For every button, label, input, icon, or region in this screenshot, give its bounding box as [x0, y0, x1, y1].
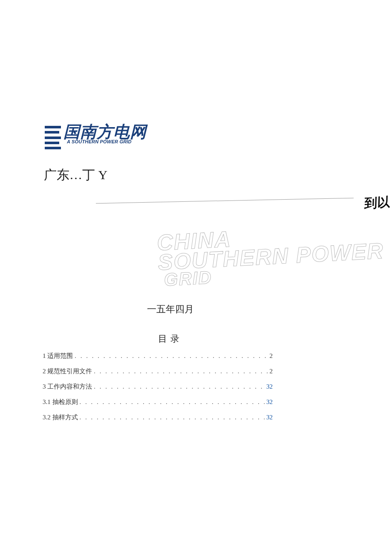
- toc-heading: 目录: [19, 333, 322, 345]
- toc-leader-dots: [80, 414, 265, 421]
- toc-leader-dots: [94, 368, 268, 375]
- logo-text-wrap: 国南方电网 A SOUTHERN POWER GRID: [63, 124, 147, 144]
- document-subtitle: 广东…丁 Y: [44, 166, 347, 184]
- toc-leader-dots: [80, 398, 265, 406]
- toc-label: 3 工作内容和方法: [43, 383, 92, 391]
- logo-chinese-text: 国南方电网: [63, 124, 147, 140]
- toc-label: 3.2 抽样方式: [43, 413, 78, 421]
- company-logo: 国南方电网 A SOUTHERN POWER GRID: [45, 124, 347, 149]
- document-date: 一五年四月: [19, 303, 322, 316]
- toc-label: 3.1 抽检原则: [43, 398, 78, 406]
- toc-label: 2 规范性引用文件: [43, 367, 92, 375]
- toc-leader-dots: [94, 383, 265, 390]
- toc-entry[interactable]: 3.1 抽检原则 32: [43, 398, 273, 406]
- watermark-logo: CHINA SOUTHERN POWER GRID: [156, 219, 392, 288]
- toc-entry[interactable]: 2 规范性引用文件 2: [43, 367, 273, 375]
- divider-line: [96, 198, 354, 204]
- toc-page-number: 32: [266, 383, 273, 390]
- toc-page-number: 32: [266, 398, 273, 406]
- logo-mark-icon: [45, 126, 61, 149]
- toc-leader-dots: [75, 352, 268, 360]
- toc-label: 1 适用范围: [43, 352, 73, 360]
- toc-page-number: 32: [266, 414, 273, 421]
- toc-entry[interactable]: 1 适用范围 2: [43, 352, 273, 360]
- toc-page-number: 2: [270, 368, 273, 375]
- toc-page-number: 2: [270, 352, 273, 360]
- toc-entry[interactable]: 3 工作内容和方法 32: [43, 383, 273, 391]
- cutoff-fragment: 到以: [364, 193, 390, 212]
- document-page: 国南方电网 A SOUTHERN POWER GRID 广东…丁 Y 到以 CH…: [45, 124, 347, 201]
- toc-entry[interactable]: 3.2 抽样方式 32: [43, 413, 273, 421]
- table-of-contents: 1 适用范围 2 2 规范性引用文件 2 3 工作内容和方法 32 3.1 抽检…: [43, 352, 273, 429]
